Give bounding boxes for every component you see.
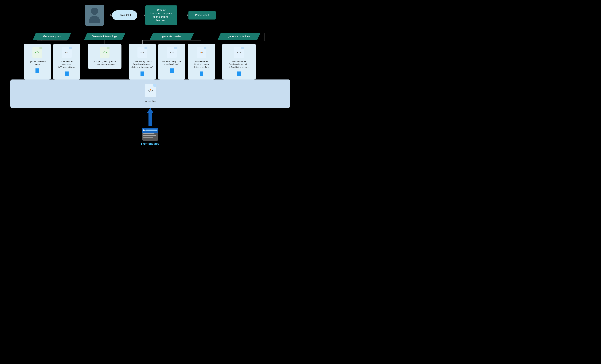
internal-cards: <> js object type to graphqldocument con… xyxy=(88,44,121,69)
frontend-line-1 xyxy=(143,133,155,134)
arrow-head-3 xyxy=(187,14,189,16)
v-line-top xyxy=(219,26,219,33)
brace-mutations xyxy=(221,40,257,44)
avatar-head xyxy=(91,8,98,15)
uses-cli-node: Uses CLI xyxy=(112,10,137,20)
mutations-cards: </> Mutation hooksOne hook by mutationde… xyxy=(222,44,256,80)
arrow-shaft-big xyxy=(149,113,152,126)
avatar-figure xyxy=(89,8,100,23)
code-symbol-1: <> xyxy=(35,50,39,55)
schema-types-label: Schema types convertedto Typescript type… xyxy=(56,60,78,69)
code-symbol-7: </> xyxy=(237,51,241,54)
blue-bar-3 xyxy=(140,71,144,76)
branch-types: Generate types <> Dynamic selectiontypes xyxy=(23,33,81,80)
blue-bar-1 xyxy=(35,69,39,73)
card-internal-logic: <> js object type to graphqldocument con… xyxy=(88,44,121,69)
big-blue-arrow xyxy=(147,108,154,126)
frontend-icon-top xyxy=(142,128,158,132)
html-icon-mutation: </> xyxy=(234,47,244,58)
queries-cards: </> Named query hooks( one hook by query… xyxy=(129,44,215,80)
diagram: Uses CLI Send anintrospection queryto th… xyxy=(0,0,300,150)
named-hooks-label: Named query hooks( one hook by querydefi… xyxy=(131,60,153,69)
arrow-head-1 xyxy=(110,14,112,16)
index-file-icon: </> xyxy=(145,84,156,97)
card-dynamic-hook: </> Dynamic query hook( useGqlQuery ) xyxy=(158,44,185,80)
html-icon-infinite: </> xyxy=(197,47,206,58)
types-cards: <> Dynamic selectiontypes </> Schema typ… xyxy=(24,44,80,80)
card-dynamic-selection: <> Dynamic selectiontypes xyxy=(24,44,51,80)
arrow-line-2 xyxy=(137,15,144,15)
arrow-head-2 xyxy=(144,14,145,16)
frontend-app-section: Frontend app xyxy=(141,128,160,146)
top-flow: Uses CLI Send anintrospection queryto th… xyxy=(5,5,296,26)
branch-queries: generate queries </> Named query hooks( … xyxy=(129,33,215,80)
arrow-line-3 xyxy=(177,15,187,15)
frontend-line-3 xyxy=(143,137,153,138)
brace-internal xyxy=(87,40,122,44)
frontend-line-2 xyxy=(143,135,156,136)
dynamic-selection-label: Dynamic selectiontypes xyxy=(29,60,46,66)
branch-mutations: generate mutations </> Mutation hooksOne… xyxy=(221,33,257,80)
user-avatar xyxy=(85,5,104,26)
html-icon-dynamic: </> xyxy=(167,47,177,58)
code-symbol-4: </> xyxy=(140,51,144,54)
frontend-app-icon xyxy=(142,128,158,141)
arrow-head-big xyxy=(147,108,154,113)
index-file-label: Index file xyxy=(144,100,156,103)
green-file-icon-1: <> xyxy=(32,47,42,58)
dynamic-hook-label: Dynamic query hook( useGqlQuery ) xyxy=(162,60,181,66)
send-query-node: Send anintrospection queryto the graphql… xyxy=(145,5,177,25)
arrow-line-1 xyxy=(104,15,110,15)
brace-queries xyxy=(129,40,215,44)
arrow-1 xyxy=(104,14,112,16)
html-icon-named: </> xyxy=(138,47,147,58)
index-code-symbol: </> xyxy=(148,89,153,93)
card-infinite-queries: </> Infinite queries( for the querieslis… xyxy=(188,44,215,80)
infinite-queries-label: Infinite queries( for the querieslisted … xyxy=(194,60,209,69)
frontend-dot xyxy=(143,129,145,131)
all-branches: Generate types <> Dynamic selectiontypes xyxy=(10,33,290,80)
frontend-lines xyxy=(142,132,158,138)
green-file-icon-2: <> xyxy=(100,47,110,58)
card-schema-types: </> Schema types convertedto Typescript … xyxy=(53,44,80,80)
arrow-3 xyxy=(177,14,189,16)
frontend-bar xyxy=(145,130,157,131)
avatar-body xyxy=(89,16,100,23)
branch-types-label: Generate types xyxy=(33,33,71,40)
code-symbol-5: </> xyxy=(170,51,174,54)
code-symbol-6: </> xyxy=(200,51,203,54)
index-file-section: </> Index file xyxy=(10,80,290,108)
blue-bar-6 xyxy=(237,71,241,76)
branch-queries-label: generate queries xyxy=(150,33,194,40)
blue-bar-4 xyxy=(170,69,174,73)
blue-bar-2 xyxy=(65,71,69,76)
branch-mutations-label: generate mutations xyxy=(217,33,260,40)
code-symbol-3: <> xyxy=(103,50,107,55)
code-symbol-2: </> xyxy=(65,51,69,54)
parse-result-node: Parse result xyxy=(189,11,216,20)
arrow-2 xyxy=(137,14,145,16)
branch-internal-label: Generate internal logic xyxy=(84,33,125,40)
html-icon-schema: </> xyxy=(62,47,72,58)
card-mutation-hooks: </> Mutation hooksOne hook by mutationde… xyxy=(222,44,256,80)
card-named-hooks: </> Named query hooks( one hook by query… xyxy=(129,44,156,80)
mutation-hooks-label: Mutation hooksOne hook by mutationdefine… xyxy=(229,60,249,69)
internal-logic-label: js object type to graphqldocument conver… xyxy=(94,60,116,66)
brace-types xyxy=(23,40,81,44)
branch-internal: Generate internal logic <> js object typ… xyxy=(87,33,122,69)
drop-4 xyxy=(265,33,265,41)
frontend-app-label: Frontend app xyxy=(141,142,160,146)
blue-bar-5 xyxy=(200,71,203,76)
